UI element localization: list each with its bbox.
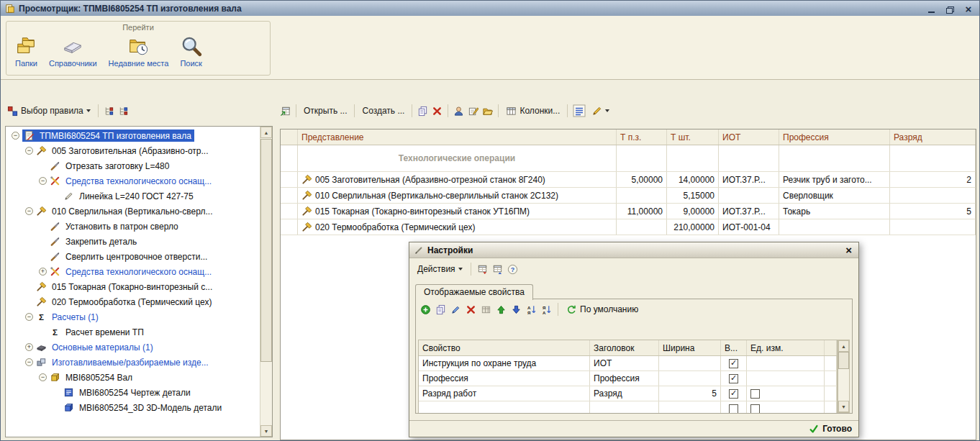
column-header[interactable]: Т шт. xyxy=(667,129,719,145)
column-header[interactable]: Разряд xyxy=(890,129,976,145)
expand-icon[interactable]: + xyxy=(39,268,47,276)
sort-asc-icon[interactable]: АЯ xyxy=(526,304,537,315)
tree-item[interactable]: ΣРасчет времени ТП xyxy=(6,324,259,340)
delete-icon[interactable] xyxy=(432,106,443,117)
properties-scrollbar[interactable] xyxy=(838,340,850,413)
property-row[interactable]: Разряд работРазряд5 xyxy=(419,386,837,401)
restore-button[interactable] xyxy=(945,4,955,14)
add-row-icon[interactable] xyxy=(420,304,431,315)
rule-select-button[interactable]: Выбор правила xyxy=(5,105,93,117)
ribbon-button-1[interactable]: Папки xyxy=(9,33,43,70)
tree-item[interactable]: 020 Термообработка (Термический цех) xyxy=(6,294,259,309)
column-header[interactable]: Ширина xyxy=(659,340,721,355)
list-view-icon[interactable] xyxy=(573,104,586,117)
load-settings-icon[interactable] xyxy=(477,264,488,275)
ribbon-button-2[interactable]: Справочники xyxy=(43,33,103,70)
column-header[interactable]: Заголовок xyxy=(590,340,659,355)
dialog-titlebar[interactable]: Настройки × xyxy=(409,242,858,258)
unchecked-checkbox[interactable] xyxy=(750,404,760,414)
column-header[interactable]: Свойство xyxy=(419,340,590,355)
unchecked-checkbox[interactable] xyxy=(750,389,760,399)
ribbon-button-4[interactable]: Поиск xyxy=(174,33,207,70)
collapse-icon[interactable]: − xyxy=(25,207,33,215)
tree-sync-icon[interactable] xyxy=(104,106,114,117)
column-header[interactable] xyxy=(281,129,298,145)
collapse-icon[interactable]: − xyxy=(25,358,33,366)
tree-item[interactable]: 015 Токарная (Токарно-винторезный с... xyxy=(6,279,259,294)
checked-checkbox[interactable] xyxy=(729,389,738,399)
tree-item[interactable]: −Изготавливаемые/разбираемые изде... xyxy=(6,355,259,370)
create-button[interactable]: Создать ... xyxy=(360,105,407,117)
operation-row[interactable]: 020 Термообработка (Термический цех)210,… xyxy=(281,219,976,235)
open-button[interactable]: Открыть ... xyxy=(301,105,349,117)
collapse-icon[interactable]: − xyxy=(25,147,33,155)
collapse-icon[interactable]: − xyxy=(25,313,33,321)
tab-displayed-properties[interactable]: Отображаемые свойства xyxy=(415,284,533,300)
ribbon-button-3[interactable]: Недавние места xyxy=(103,33,175,70)
tree-item[interactable]: −ΣРасчеты (1) xyxy=(6,309,259,324)
tree-item[interactable]: +Средства технологического оснащ... xyxy=(6,264,259,279)
done-label[interactable]: Готово xyxy=(822,424,852,434)
tree-item[interactable]: Линейка L=240 ГОСТ 427-75 xyxy=(6,188,259,204)
scroll-up-button[interactable] xyxy=(260,127,272,138)
grid-icon[interactable] xyxy=(481,304,491,315)
close-button[interactable]: × xyxy=(963,4,974,14)
tree-item[interactable]: Сверлить центровочное отверсти... xyxy=(6,249,259,264)
save-settings-icon[interactable] xyxy=(492,264,503,275)
tree-item[interactable]: −МВI6805254 Вал xyxy=(6,370,259,385)
scroll-thumb[interactable] xyxy=(838,352,849,369)
tree-item[interactable]: −005 Заготовительная (Абразивно-отр... xyxy=(6,143,259,158)
property-row[interactable]: Инструкция по охране трудаИОТ xyxy=(419,356,837,371)
scroll-thumb[interactable] xyxy=(260,139,272,362)
collapse-icon[interactable]: − xyxy=(12,132,19,140)
operation-row[interactable]: 010 Сверлильная (Вертикально-сверлильный… xyxy=(281,188,976,204)
operation-row[interactable]: 015 Токарная (Токарно-винторезный станок… xyxy=(281,204,976,219)
copy-icon[interactable] xyxy=(417,106,428,117)
checked-checkbox[interactable] xyxy=(729,359,738,368)
copy-row-icon[interactable] xyxy=(435,304,446,315)
property-row[interactable]: ПрофессияПрофессия xyxy=(419,371,837,386)
column-header[interactable]: Ед. изм. xyxy=(747,340,825,355)
tree-item[interactable]: −Средства технологического оснащ... xyxy=(6,173,259,188)
tree-item[interactable]: Закрепить деталь xyxy=(6,234,259,249)
sort-desc-icon[interactable]: ЯА xyxy=(541,304,552,315)
tree-item[interactable]: −ТПМВI6805254 ТП изготовления вала xyxy=(6,128,259,143)
tree-scrollbar[interactable] xyxy=(260,127,272,437)
collapse-icon[interactable]: − xyxy=(39,373,47,381)
tree-item[interactable]: Установить в патрон сверло xyxy=(6,219,259,234)
unchecked-checkbox[interactable] xyxy=(729,404,738,414)
column-header[interactable]: Т п.з. xyxy=(617,129,667,145)
expand-icon[interactable]: + xyxy=(25,343,33,351)
dialog-close-button[interactable]: × xyxy=(843,245,854,255)
scroll-down-button[interactable] xyxy=(260,425,272,437)
columns-button[interactable]: Колонки... xyxy=(504,105,562,117)
tree-item[interactable]: МВI6805254_3D 3D-Модель детали xyxy=(6,400,259,415)
tree-item[interactable]: Отрезать заготовку L=480 xyxy=(6,158,259,173)
tree-item[interactable]: −010 Сверлильная (Вертикально-сверл... xyxy=(6,204,259,219)
edit-menu-button[interactable] xyxy=(589,105,612,117)
column-header[interactable]: Профессия xyxy=(779,129,890,145)
column-header[interactable]: В... xyxy=(721,340,747,355)
column-header[interactable]: ИОТ xyxy=(719,129,779,145)
operation-row[interactable]: 005 Заготовительная (Абразивно-отрезной … xyxy=(281,172,976,188)
tree-item[interactable]: +Основные материалы (1) xyxy=(6,340,259,355)
minimize-button[interactable] xyxy=(926,4,936,14)
column-header[interactable]: Представление xyxy=(298,129,617,145)
move-down-icon[interactable] xyxy=(511,304,522,315)
property-row[interactable] xyxy=(419,401,837,413)
default-button[interactable]: По умолчанию xyxy=(564,304,640,316)
actions-button[interactable]: Действия xyxy=(415,263,465,275)
folder-open-icon[interactable] xyxy=(482,106,493,117)
tree-item[interactable]: МВI6805254 Чертеж детали xyxy=(6,385,259,400)
open-table-icon[interactable] xyxy=(280,106,291,117)
delete-row-icon[interactable] xyxy=(466,304,476,315)
collapse-icon[interactable]: − xyxy=(39,177,47,185)
signature-icon[interactable] xyxy=(468,106,478,117)
help-icon[interactable]: ? xyxy=(507,264,518,275)
scroll-down-button[interactable] xyxy=(838,401,849,412)
edit-row-icon[interactable] xyxy=(450,304,461,315)
move-up-icon[interactable] xyxy=(496,304,507,315)
checked-checkbox[interactable] xyxy=(729,374,738,383)
scroll-up-button[interactable] xyxy=(838,340,849,352)
user-icon[interactable] xyxy=(453,106,464,117)
